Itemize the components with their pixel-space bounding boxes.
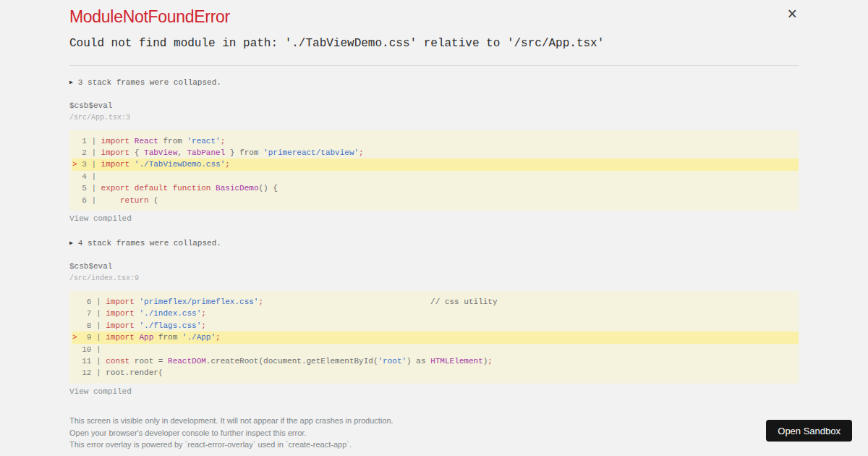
error-message: Could not find module in path: './TabVie… — [69, 37, 604, 50]
code-line: 2 | import { TabView, TabPanel } from 'p… — [72, 147, 799, 159]
code-token: import — [106, 321, 135, 330]
code-token: default — [135, 184, 168, 193]
code-token: import — [106, 333, 135, 342]
code-token — [129, 137, 135, 145]
stack-frames-area: ▶3 stack frames were collapsed.$csb$eval… — [69, 77, 799, 411]
code-token: 8 | — [72, 321, 106, 330]
code-line: 6 | return ( — [72, 195, 799, 206]
code-token: 9 | — [82, 333, 106, 342]
code-token: 1 | — [72, 137, 101, 145]
code-token: ( — [149, 196, 158, 205]
code-token: 6 | — [72, 196, 101, 205]
collapsed-frames-toggle[interactable]: ▶3 stack frames were collapsed. — [69, 77, 799, 88]
close-icon: × — [788, 4, 797, 23]
footer-note: Open your browser's developer console to… — [69, 427, 393, 439]
code-token: 'root' — [378, 357, 407, 366]
code-token: TabView — [144, 148, 177, 157]
code-line: 7 | import './index.css'; — [72, 308, 799, 319]
code-token: 3 | — [82, 160, 101, 169]
code-token: ; — [201, 309, 206, 318]
code-token: { — [129, 148, 144, 157]
code-token: 'react' — [187, 137, 220, 145]
code-token: 5 | — [72, 184, 101, 193]
code-token: ReactDOM — [168, 357, 206, 366]
error-overlay: { "overlay": { "title": "ModuleNotFoundE… — [0, 0, 868, 456]
footer-note: This error overlay is powered by `react-… — [69, 439, 393, 451]
triangle-right-icon: ▶ — [69, 240, 73, 246]
code-token: ; — [225, 160, 230, 169]
close-button[interactable]: × — [788, 6, 797, 22]
code-line: > 9 | import App from './App'; — [72, 332, 799, 343]
code-token: HTMLElement — [430, 357, 483, 366]
code-line: 11 | const root = ReactDOM.createRoot(do… — [72, 355, 799, 367]
collapsed-frames-label: 4 stack frames were collapsed. — [78, 239, 221, 248]
code-token: export — [101, 184, 130, 193]
view-compiled-link[interactable]: View compiled — [69, 214, 799, 224]
code-token: import — [106, 297, 135, 306]
code-token: './TabViewDemo.css' — [135, 160, 225, 169]
code-line: 10 | — [72, 344, 799, 355]
code-token: 10 | — [72, 345, 106, 354]
footer-notes: This screen is visible only in developme… — [69, 415, 393, 451]
code-token — [129, 160, 135, 169]
code-token: 6 | — [72, 297, 106, 306]
frame-function-name: $csb$eval — [69, 262, 799, 271]
code-token: from — [153, 333, 182, 342]
code-token: , — [177, 148, 187, 157]
code-line: > 3 | import './TabViewDemo.css'; — [72, 159, 799, 170]
code-token: // css utility — [263, 297, 497, 306]
code-token: ; — [488, 357, 493, 366]
code-token: './flags.css' — [139, 321, 201, 330]
code-token: 7 | — [72, 309, 106, 318]
code-token — [129, 184, 135, 193]
code-token: > — [72, 160, 82, 169]
code-token — [168, 184, 173, 193]
code-token: .createRoot(document.getElementById( — [206, 357, 378, 366]
footer-note: This screen is visible only in developme… — [69, 415, 393, 427]
code-token: import — [101, 137, 130, 145]
collapsed-frames-toggle[interactable]: ▶4 stack frames were collapsed. — [69, 238, 799, 248]
divider — [69, 65, 799, 66]
code-frame: 6 | import 'primeflex/primeflex.css'; //… — [69, 291, 799, 384]
code-token: ; — [201, 321, 206, 330]
frame-location: /src/index.tsx:9 — [69, 274, 799, 282]
frame-location: /src/App.tsx:3 — [69, 114, 799, 122]
code-token: } from — [225, 148, 263, 157]
code-token: 'primereact/tabview' — [263, 148, 359, 157]
frame-function-name: $csb$eval — [69, 101, 799, 111]
code-line: 8 | import './flags.css'; — [72, 320, 799, 332]
code-token: './index.css' — [139, 309, 201, 318]
code-token: root.render( — [106, 368, 163, 377]
code-token: ; — [216, 333, 221, 342]
code-token: () { — [259, 184, 278, 193]
code-token: > — [72, 333, 82, 342]
code-line: 1 | import React from 'react'; — [72, 135, 799, 147]
code-line: 4 | — [72, 171, 799, 182]
open-sandbox-button[interactable]: Open Sandbox — [766, 420, 852, 442]
code-token: 4 | — [72, 172, 101, 181]
code-token: ; — [221, 137, 226, 145]
code-line: 6 | import 'primeflex/primeflex.css'; //… — [72, 296, 799, 308]
code-token: BasicDemo — [216, 184, 258, 193]
code-line: 5 | export default function BasicDemo() … — [72, 182, 799, 194]
triangle-right-icon: ▶ — [69, 80, 73, 85]
error-title: ModuleNotFoundError — [69, 7, 230, 27]
collapsed-frames-label: 3 stack frames were collapsed. — [78, 78, 221, 87]
code-token: React — [135, 137, 158, 145]
code-token: 11 | — [72, 357, 106, 366]
code-token: from — [158, 137, 187, 145]
code-token: 12 | — [72, 368, 106, 377]
code-token: ; — [359, 148, 364, 157]
code-token: root = — [129, 357, 168, 366]
code-token: import — [106, 309, 135, 318]
view-compiled-link[interactable]: View compiled — [69, 387, 799, 397]
code-token: import — [101, 148, 130, 157]
code-token: const — [106, 357, 129, 366]
code-line: 12 | root.render( — [72, 367, 799, 379]
code-token: App — [139, 333, 153, 342]
code-frame: 1 | import React from 'react'; 2 | impor… — [69, 130, 799, 211]
code-token: 2 | — [72, 148, 101, 157]
code-token — [101, 196, 120, 205]
code-token: TabPanel — [187, 148, 225, 157]
code-token: './App' — [182, 333, 216, 342]
